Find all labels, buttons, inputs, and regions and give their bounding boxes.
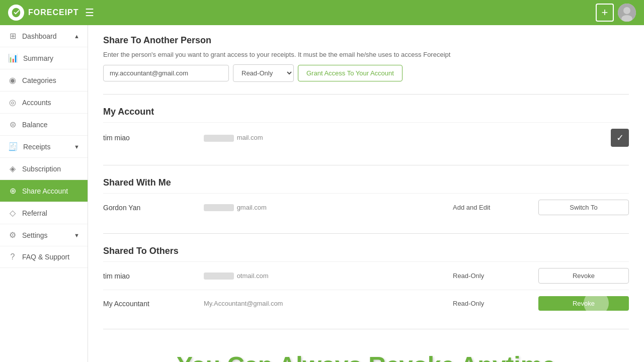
sidebar-label-subscription: Subscription [22, 165, 79, 173]
shared-user-name: Gordon Yan [103, 204, 204, 212]
shared-user-perm: Add and Edit [453, 204, 528, 211]
sidebar-label-share-account: Share Account [22, 187, 79, 195]
revoke-button-0[interactable]: Revoke [538, 268, 629, 284]
other-user-action-1: Revoke [528, 296, 629, 311]
share-section: Share To Another Person Enter the person… [103, 35, 629, 95]
nav-right: + [596, 4, 636, 22]
layout: ⊞ Dashboard ▲ 📊 Summary ◉ Categories ◎ A… [0, 25, 644, 362]
referral-icon: ◇ [8, 208, 17, 218]
share-section-desc: Enter the person's email you want to gra… [103, 51, 629, 58]
sidebar-label-accounts: Accounts [22, 99, 79, 107]
sidebar-item-subscription[interactable]: ◈ Subscription [0, 158, 88, 180]
shared-user-action: Switch To [528, 200, 629, 215]
sidebar-item-dashboard[interactable]: ⊞ Dashboard ▲ [0, 25, 88, 47]
email-blurred-gordon [204, 204, 234, 211]
svg-point-1 [623, 7, 630, 14]
sidebar-label-balance: Balance [22, 121, 79, 129]
balance-icon: ⊜ [8, 120, 17, 129]
sidebar: ⊞ Dashboard ▲ 📊 Summary ◉ Categories ◎ A… [0, 25, 88, 362]
ripple-effect [584, 296, 609, 311]
other-user-name-0: tim miao [103, 272, 204, 280]
settings-icon: ⚙ [8, 230, 17, 240]
top-nav: FORECEIPT ☰ + [0, 0, 644, 25]
sidebar-label-dashboard: Dashboard [22, 32, 69, 40]
other-user-email-1: My.Accountant@gmail.com [204, 300, 453, 307]
share-form: Read-Only Add and Edit Grant Access To Y… [103, 64, 629, 82]
sidebar-item-summary[interactable]: 📊 Summary [0, 47, 88, 69]
checkmark-box: ✓ [611, 129, 629, 147]
settings-arrow: ▼ [74, 232, 79, 238]
sidebar-item-faq[interactable]: ? FAQ & Support [0, 246, 88, 268]
banner: You Can Always Revoke Anytime [103, 341, 629, 362]
email-suffix: mail.com [237, 134, 263, 141]
accounts-icon: ◎ [8, 98, 17, 107]
logo-icon [8, 5, 24, 21]
avatar[interactable] [618, 4, 636, 22]
other-user-perm-1: Read-Only [453, 300, 528, 307]
shared-with-me-section: Shared With Me Gordon Yan gmail.com Add … [103, 177, 629, 234]
sidebar-item-categories[interactable]: ◉ Categories [0, 69, 88, 92]
logo-area: FORECEIPT [8, 5, 79, 21]
sidebar-item-referral[interactable]: ◇ Referral [0, 202, 88, 224]
shared-to-others-title: Shared To Others [103, 246, 629, 256]
sidebar-item-receipts[interactable]: 🧾 Receipts ▼ [0, 136, 88, 158]
main-content: Share To Another Person Enter the person… [88, 25, 644, 362]
revoke-button-1[interactable]: Revoke [538, 296, 629, 311]
other-user-email-0: otmail.com [204, 272, 453, 280]
shared-to-others-row-0: tim miao otmail.com Read-Only Revoke [103, 261, 629, 290]
grant-access-button[interactable]: Grant Access To Your Account [298, 65, 403, 81]
banner-text: You Can Always Revoke Anytime [177, 352, 555, 362]
share-icon: ⊕ [8, 186, 17, 196]
my-account-row: tim miao mail.com ✓ [103, 122, 629, 153]
shared-user-email: gmail.com [204, 204, 453, 212]
my-account-title: My Account [103, 107, 629, 117]
bar-chart-icon: 📊 [8, 53, 18, 63]
sidebar-item-settings[interactable]: ⚙ Settings ▼ [0, 224, 88, 246]
my-account-name: tim miao [103, 134, 204, 142]
sidebar-label-summary: Summary [23, 54, 79, 62]
shared-to-others-section: Shared To Others tim miao otmail.com Rea… [103, 246, 629, 329]
share-email-input[interactable] [103, 65, 229, 81]
sidebar-label-settings: Settings [22, 231, 69, 239]
sidebar-label-referral: Referral [22, 209, 79, 217]
sidebar-label-faq: FAQ & Support [22, 253, 79, 261]
shared-with-me-title: Shared With Me [103, 177, 629, 188]
sidebar-label-receipts: Receipts [23, 143, 69, 151]
shared-to-others-row-1: My Accountant My.Accountant@gmail.com Re… [103, 290, 629, 317]
permission-select[interactable]: Read-Only Add and Edit [233, 64, 294, 82]
email-suffix-gordon: gmail.com [237, 204, 267, 211]
my-account-email: mail.com [204, 134, 453, 142]
my-account-action: ✓ [528, 129, 629, 147]
sidebar-item-balance[interactable]: ⊜ Balance [0, 114, 88, 136]
subscription-icon: ◈ [8, 164, 17, 173]
my-account-section: My Account tim miao mail.com ✓ [103, 107, 629, 165]
categories-icon: ◉ [8, 75, 17, 85]
receipts-icon: 🧾 [8, 142, 18, 151]
brand-name: FORECEIPT [28, 8, 79, 17]
shared-with-me-row-0: Gordon Yan gmail.com Add and Edit Switch… [103, 193, 629, 221]
dashboard-arrow: ▲ [74, 33, 79, 39]
sidebar-item-share-account[interactable]: ⊕ Share Account [0, 180, 88, 202]
nav-left: FORECEIPT ☰ [8, 5, 94, 21]
other-user-perm-0: Read-Only [453, 272, 528, 280]
email-suffix-tim: otmail.com [237, 272, 269, 280]
email-blurred-tim [204, 273, 234, 280]
switch-to-button[interactable]: Switch To [538, 200, 629, 215]
sidebar-label-categories: Categories [22, 76, 79, 84]
other-user-name-1: My Accountant [103, 300, 204, 308]
faq-icon: ? [8, 252, 17, 261]
receipts-arrow: ▼ [74, 144, 79, 150]
email-blurred [204, 135, 234, 142]
other-user-action-0: Revoke [528, 268, 629, 284]
sidebar-item-accounts[interactable]: ◎ Accounts [0, 92, 88, 114]
share-section-title: Share To Another Person [103, 35, 629, 46]
dashboard-icon: ⊞ [8, 31, 17, 41]
hamburger-icon[interactable]: ☰ [85, 7, 94, 19]
add-button[interactable]: + [596, 4, 614, 22]
